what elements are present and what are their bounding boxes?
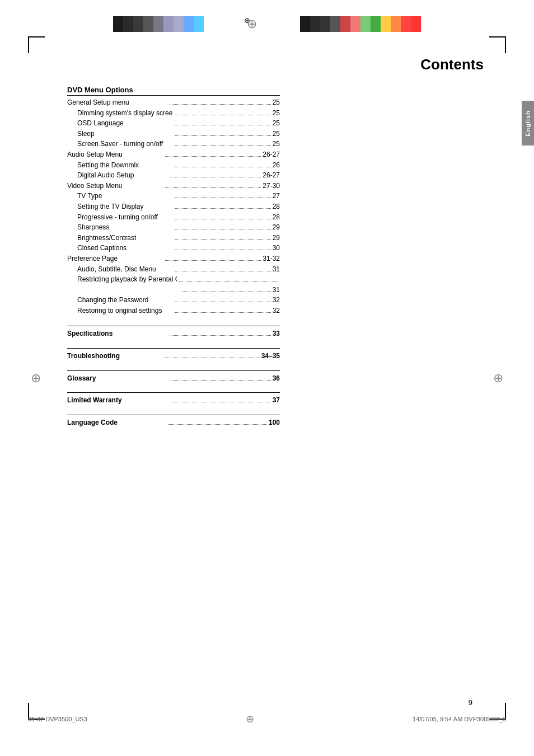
list-item: Troubleshooting 34–35 <box>67 348 280 361</box>
list-item: Sharpness 29 <box>67 222 280 233</box>
list-item: Language Code 100 <box>67 417 280 428</box>
page-number-ref: 27 <box>273 191 280 201</box>
dot-leader <box>165 187 261 188</box>
list-item: Limited Warranty 37 <box>67 395 280 406</box>
entry-label: Sharpness <box>77 222 173 233</box>
entry-label: Language Code <box>67 417 166 428</box>
list-item: Audio, Subtitle, Disc Menu 31 <box>67 264 280 275</box>
entry-label: General Setup menu <box>67 97 168 108</box>
main-content: Contents DVD Menu Options General Setup … <box>67 56 489 694</box>
entry-label: Troubleshooting <box>67 351 162 361</box>
entry-label: Specifications <box>67 328 168 339</box>
list-item: Closed Captions 30 <box>67 243 280 253</box>
table-of-contents: DVD Menu Options General Setup menu 25 D… <box>67 86 280 428</box>
entry-label: TV Type <box>77 191 173 201</box>
list-item: Setting the TV Display 28 <box>67 201 280 212</box>
dot-leader <box>165 156 261 157</box>
page-number-ref: 32 <box>273 306 280 316</box>
dot-leader <box>179 281 278 281</box>
dot-leader <box>175 302 270 302</box>
page-number-ref: 34–35 <box>261 351 280 361</box>
page-number-ref: 32 <box>273 295 280 306</box>
language-tab-label: English <box>524 110 531 137</box>
dot-leader <box>175 115 270 115</box>
page-title: Contents <box>67 56 489 73</box>
list-item: Brightness/Contrast 29 <box>67 233 280 243</box>
list-item: Specifications 33 <box>67 328 280 339</box>
list-item: TV Type 27 <box>67 191 280 201</box>
entry-label: Brightness/Contrast <box>77 233 173 243</box>
list-item: Sleep 25 <box>67 129 280 139</box>
dot-leader <box>165 260 261 261</box>
page-number-ref: 33 <box>273 328 280 339</box>
page-number-ref: 30 <box>273 243 280 253</box>
corner-mark-top-right <box>489 36 506 53</box>
bottom-crosshair: ⊕ <box>246 713 254 725</box>
list-item: Restricting playback by Parental Control… <box>67 274 280 285</box>
page-number-ref: 25 <box>273 97 280 108</box>
entry-label: Screen Saver - turning on/off <box>77 139 173 149</box>
dot-leader <box>175 271 270 271</box>
dot-leader <box>175 125 270 125</box>
list-item: Specifications 33 <box>67 326 280 339</box>
list-item: Limited Warranty 37 <box>67 392 280 406</box>
list-item: 31 <box>67 285 280 295</box>
list-item: Preference Page 31-32 <box>67 253 280 264</box>
entry-label: Dimming system's display screen <box>77 108 173 119</box>
list-item: Glossary 36 <box>67 370 280 384</box>
list-item: Dimming system's display screen 25 <box>67 108 280 119</box>
list-item: Language Code 100 <box>67 415 280 428</box>
dot-leader <box>180 292 270 292</box>
dot-leader <box>175 145 270 146</box>
page-number-ref: 26-27 <box>263 170 280 181</box>
center-crosshair: ⊕ <box>244 16 260 32</box>
corner-mark-top-left <box>28 36 45 53</box>
page-number-ref: 25 <box>273 108 280 119</box>
entry-label: Limited Warranty <box>67 395 168 406</box>
entry-label: Restricting playback by Parental Control… <box>77 274 177 285</box>
entry-label: Video Setup Menu <box>67 181 163 191</box>
left-color-strip <box>113 16 204 32</box>
list-item: Progressive - turning on/off 28 <box>67 212 280 223</box>
dvd-menu-heading: DVD Menu Options <box>67 86 280 96</box>
dot-leader <box>170 402 270 402</box>
page-number-ref: 36 <box>273 373 280 384</box>
dot-leader <box>170 177 261 177</box>
list-item: Digital Audio Setup 26-27 <box>67 170 280 181</box>
entry-label: Progressive - turning on/off <box>77 212 173 223</box>
dot-leader <box>175 240 270 240</box>
list-item: Changing the Password 32 <box>67 295 280 306</box>
entry-label: Preference Page <box>67 253 163 264</box>
dot-leader <box>175 135 270 136</box>
entry-label: Changing the Password <box>77 295 173 306</box>
page-number-ref: 100 <box>269 417 280 428</box>
page-number-ref: 28 <box>273 212 280 223</box>
language-tab: English <box>522 101 534 145</box>
page-number-ref: 29 <box>273 233 280 243</box>
left-crosshair: ⊕ <box>28 370 44 386</box>
dot-leader <box>168 424 267 425</box>
page-number-ref: 26-27 <box>263 149 280 160</box>
entry-label: Restoring to original settings <box>77 306 173 316</box>
list-item: Restoring to original settings 32 <box>67 306 280 316</box>
dot-leader <box>175 229 270 229</box>
dot-leader <box>175 167 270 167</box>
right-color-strip <box>300 16 421 32</box>
entry-label: Setting the TV Display <box>77 201 173 212</box>
list-item: Glossary 36 <box>67 373 280 384</box>
page-number-ref: 27-30 <box>263 181 280 191</box>
entry-label: Sleep <box>77 129 173 139</box>
dot-leader <box>164 358 259 358</box>
list-item: Screen Saver - turning on/off 25 <box>67 139 280 149</box>
page-number-ref: 31 <box>273 285 280 295</box>
dot-leader <box>170 380 270 381</box>
bottom-bar: 01-37 DVP3500_US3 ⊕ 14/07/05, 9:54 AM DV… <box>28 713 506 725</box>
page-number-ref: 25 <box>273 139 280 149</box>
entry-label: OSD Language <box>77 118 173 129</box>
dot-leader <box>175 250 270 250</box>
page-number-ref: 25 <box>273 129 280 139</box>
page-number-ref: 25 <box>273 118 280 129</box>
right-crosshair: ⊕ <box>490 370 506 386</box>
page-number-ref: 28 <box>273 201 280 212</box>
page-number-ref: 26 <box>273 160 280 171</box>
